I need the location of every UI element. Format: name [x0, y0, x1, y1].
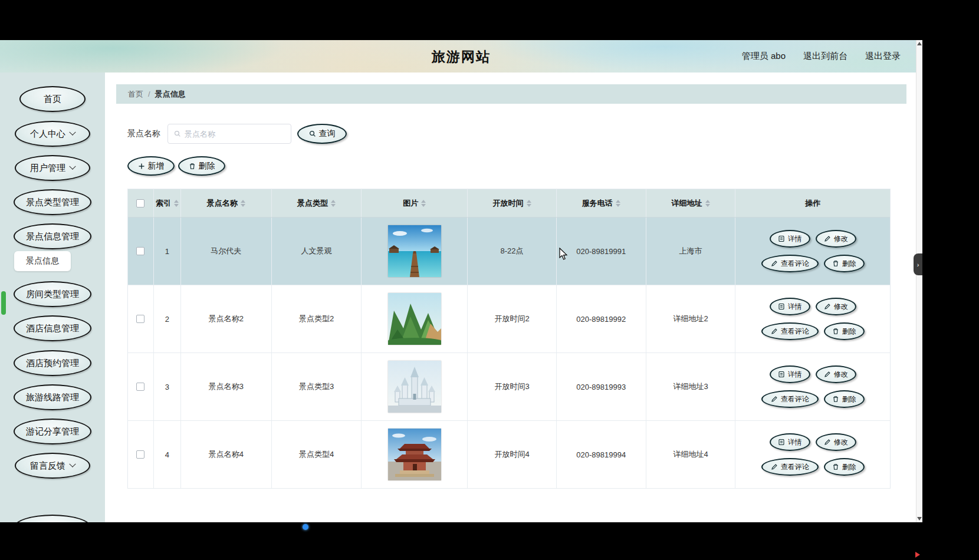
row-delete-button[interactable]: 删除 — [824, 255, 865, 272]
sort-icon[interactable] — [331, 200, 336, 207]
sort-icon[interactable] — [705, 200, 710, 207]
green-mountains-image[interactable] — [388, 293, 441, 345]
scrollbar-thumb[interactable] — [1, 291, 6, 315]
chevron-down-icon — [69, 163, 75, 170]
vertical-scrollbar[interactable] — [916, 40, 922, 522]
sort-icon[interactable] — [241, 200, 245, 207]
open-time: 开放时间3 — [468, 353, 557, 420]
sidebar-item-spot-info-management[interactable]: 景点信息管理 — [14, 223, 91, 249]
col-header-address[interactable]: 详细地址 — [646, 189, 736, 217]
edit-button[interactable]: 修改 — [816, 230, 856, 248]
sidebar-item-travel-route-management[interactable]: 旅游线路管理 — [14, 384, 91, 410]
sidebar-item-spot-info-active[interactable]: 景点信息 — [14, 251, 71, 271]
sort-icon[interactable] — [174, 200, 179, 207]
castle-image[interactable] — [388, 361, 441, 413]
sort-icon[interactable] — [527, 200, 531, 207]
breadcrumb-separator: / — [148, 90, 150, 98]
trash-icon — [189, 163, 196, 170]
chevron-down-icon — [69, 129, 75, 136]
detail-button[interactable]: 详情 — [770, 365, 810, 383]
service-phone: 020-89819994 — [557, 421, 646, 488]
admin-user-label: 管理员 abo — [742, 51, 786, 62]
spot-name: 马尔代夫 — [181, 218, 272, 285]
sidebar-item-user-management[interactable]: 用户管理 — [15, 155, 90, 181]
trash-icon — [832, 463, 839, 470]
row-delete-button[interactable]: 删除 — [824, 322, 865, 340]
view-comments-button[interactable]: 查看评论 — [761, 322, 819, 340]
view-comments-button[interactable]: 查看评论 — [761, 458, 819, 476]
pencil-icon — [824, 371, 831, 378]
row-delete-button[interactable]: 删除 — [824, 390, 865, 408]
table-row[interactable]: 1 马尔代夫 人文景观 — [128, 218, 890, 285]
spot-type: 景点类型3 — [272, 353, 362, 420]
col-header-service-phone[interactable]: 服务电话 — [557, 189, 646, 217]
row-checkbox[interactable] — [136, 383, 144, 391]
address: 详细地址2 — [646, 285, 736, 353]
sort-icon[interactable] — [421, 200, 426, 207]
magnifier-icon — [174, 130, 181, 137]
sidebar-item-personal-center[interactable]: 个人中心 — [15, 121, 90, 147]
query-button[interactable]: 查询 — [297, 124, 347, 144]
panel-toggle-tab[interactable]: › — [914, 253, 922, 275]
spot-image-cell — [362, 285, 468, 353]
sort-icon[interactable] — [616, 200, 620, 207]
chinese-temple-image[interactable] — [388, 429, 441, 480]
edit-button[interactable]: 修改 — [816, 298, 856, 315]
delete-button[interactable]: 删除 — [178, 156, 225, 176]
trash-icon — [832, 260, 839, 267]
view-comments-button[interactable]: 查看评论 — [761, 255, 819, 272]
table-row[interactable]: 2 景点名称2 景点类型2 — [128, 285, 890, 353]
logout-link[interactable]: 退出登录 — [865, 51, 901, 62]
search-input[interactable] — [185, 130, 279, 139]
col-header-spot-name[interactable]: 景点名称 — [181, 189, 272, 217]
spot-type: 景点类型2 — [272, 285, 362, 353]
scrollbar-up-arrow-icon[interactable] — [917, 42, 922, 45]
sidebar-item-travel-notes-management[interactable]: 游记分享管理 — [14, 419, 91, 444]
col-header-index[interactable]: 索引 — [154, 189, 181, 217]
col-header-image[interactable]: 图片 — [362, 189, 468, 217]
pencil-icon — [771, 260, 778, 267]
admin-app-window: 旅游网站 管理员 abo 退出到前台 退出登录 首页 个人中心 用户管理 景点类… — [0, 40, 922, 522]
sidebar-item-feedback[interactable]: 留言反馈 — [15, 453, 90, 479]
select-all-checkbox[interactable] — [136, 199, 144, 207]
service-phone: 020-89819991 — [557, 218, 646, 285]
chevron-down-icon — [69, 461, 75, 467]
sidebar-item-spot-type-management[interactable]: 景点类型管理 — [14, 189, 91, 215]
scrollbar-down-arrow-icon[interactable] — [917, 517, 922, 521]
table-row[interactable]: 4 景点名称4 景点类型4 — [128, 421, 890, 489]
col-header-open-time[interactable]: 开放时间 — [468, 189, 557, 217]
trash-icon — [832, 396, 839, 403]
search-row: 景点名称 查询 — [127, 124, 347, 144]
view-comments-button[interactable]: 查看评论 — [761, 390, 819, 408]
beach-pier-image[interactable] — [388, 225, 441, 277]
table-row[interactable]: 3 景点名称3 景点类型3 — [128, 353, 890, 421]
document-icon — [778, 235, 785, 242]
detail-button[interactable]: 详情 — [770, 433, 810, 451]
add-button[interactable]: 新增 — [127, 156, 175, 176]
col-header-operations: 操作 — [735, 189, 890, 217]
row-checkbox[interactable] — [136, 450, 144, 459]
row-checkbox[interactable] — [136, 315, 144, 323]
sidebar-item-room-type-management[interactable]: 房间类型管理 — [14, 281, 91, 307]
breadcrumb-home[interactable]: 首页 — [128, 89, 143, 100]
spot-name: 景点名称4 — [181, 421, 272, 488]
toolbar: 新增 删除 — [127, 156, 225, 176]
address: 上海市 — [646, 218, 736, 285]
col-header-spot-type[interactable]: 景点类型 — [272, 189, 362, 217]
spot-name: 景点名称2 — [181, 285, 272, 353]
sidebar-item-hotel-info-management[interactable]: 酒店信息管理 — [14, 315, 91, 341]
header-links: 管理员 abo 退出到前台 退出登录 — [742, 40, 901, 73]
sidebar-item-home[interactable]: 首页 — [19, 86, 86, 112]
sidebar-item-partial[interactable] — [14, 515, 91, 522]
sidebar-item-hotel-booking-management[interactable]: 酒店预约管理 — [14, 350, 91, 376]
document-icon — [778, 303, 785, 310]
edit-button[interactable]: 修改 — [816, 433, 856, 451]
edit-button[interactable]: 修改 — [816, 365, 856, 383]
row-index: 3 — [154, 353, 181, 420]
detail-button[interactable]: 详情 — [770, 298, 810, 315]
row-delete-button[interactable]: 删除 — [824, 458, 865, 476]
row-checkbox[interactable] — [136, 247, 144, 255]
detail-button[interactable]: 详情 — [770, 230, 810, 248]
exit-to-front-link[interactable]: 退出到前台 — [803, 51, 847, 62]
pencil-icon — [824, 235, 831, 242]
